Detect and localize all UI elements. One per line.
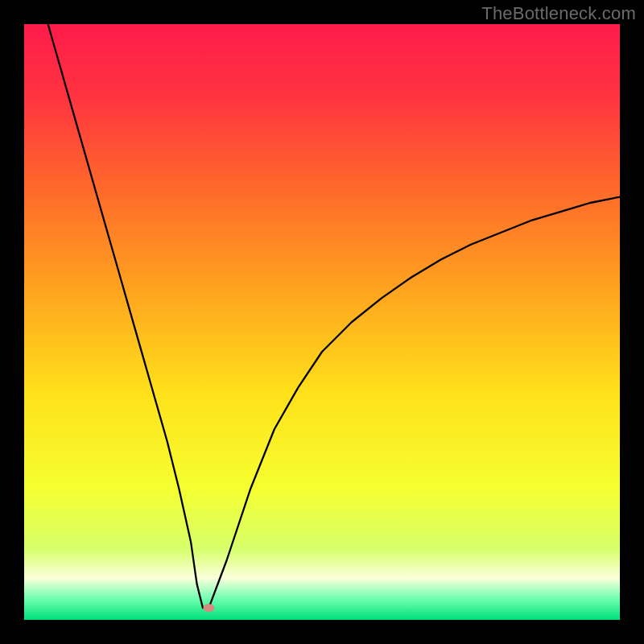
gradient-background: [24, 24, 620, 620]
chart-svg: [24, 24, 620, 620]
watermark-text: TheBottleneck.com: [481, 3, 636, 24]
plot-area: [24, 24, 620, 620]
optimum-marker: [203, 604, 214, 612]
chart-frame: TheBottleneck.com: [0, 0, 644, 644]
